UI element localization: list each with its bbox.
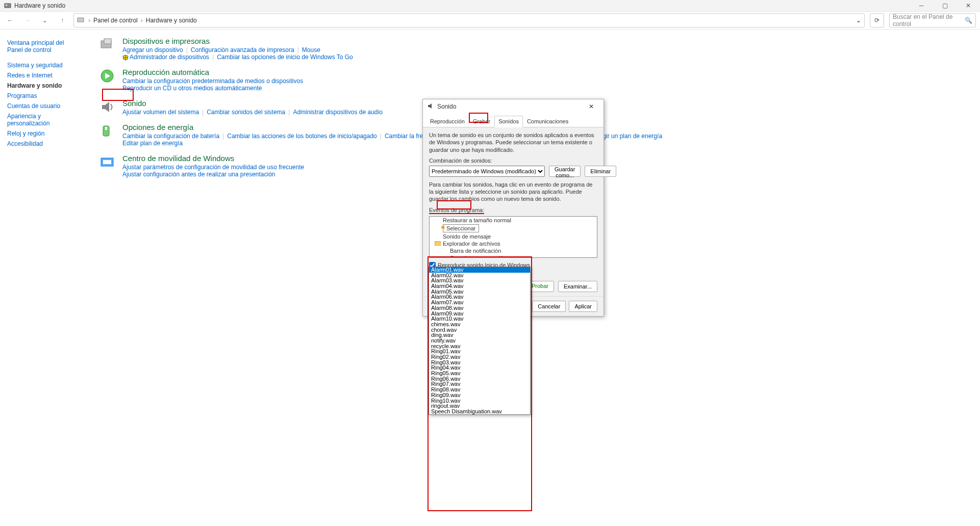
recent-dropdown[interactable]: ⌄	[39, 14, 51, 27]
sidebar-item[interactable]: Apariencia y personalización	[5, 111, 81, 128]
category-sublink[interactable]: Editar plan de energía	[122, 140, 183, 147]
browse-button[interactable]: Examinar...	[558, 281, 597, 292]
event-item[interactable]: Seleccionar	[430, 224, 597, 233]
category-sublink[interactable]: Administrar dispositivos de audio	[293, 109, 382, 116]
sounds-dropdown-list[interactable]: Alarm01.wavAlarm02.wavAlarm03.wavAlarm04…	[429, 267, 531, 415]
breadcrumb-current[interactable]: Hardware y sonido	[146, 17, 197, 24]
maximize-button[interactable]: ▢	[933, 0, 957, 11]
sidebar-item[interactable]: Programas	[5, 91, 81, 101]
svg-rect-2	[78, 18, 84, 22]
category-icon	[99, 68, 115, 84]
toolbar: ← → ⌄ ↑ › Panel de control › Hardware y …	[0, 11, 980, 30]
search-input[interactable]: Buscar en el Panel de control 🔍	[889, 13, 976, 28]
event-item[interactable]: Barra de notificación	[430, 247, 597, 254]
window-titlebar: Hardware y sonido ─ ▢ ✕	[0, 0, 980, 11]
category-sublink[interactable]: Agregar un dispositivo	[122, 46, 183, 54]
events-listbox[interactable]: Restaurar a tamaño normalSeleccionarSoni…	[429, 216, 597, 258]
tab-reproducción[interactable]: Reproducción	[426, 116, 469, 127]
dialog-description-2: Para cambiar los sonidos, haga clic en u…	[429, 181, 597, 203]
category-sublink[interactable]: Elegir un plan de energía	[594, 133, 662, 140]
search-placeholder: Buscar en el Panel de control	[893, 13, 965, 28]
sidebar-item[interactable]: Reloj y región	[5, 128, 81, 139]
svg-marker-7	[102, 102, 109, 112]
sidebar-item[interactable]: Cuentas de usuario	[5, 101, 81, 111]
sidebar-home-link[interactable]: Ventana principal del Panel de control	[5, 38, 81, 55]
tab-grabar[interactable]: Grabar	[469, 116, 494, 127]
svg-marker-13	[441, 225, 444, 229]
category-sublink[interactable]: Ajustar volumen del sistema	[122, 109, 199, 116]
up-button[interactable]: ↑	[56, 14, 68, 27]
shield-icon	[122, 55, 129, 61]
sidebar-item[interactable]: Hardware y sonido	[5, 81, 81, 91]
svg-marker-12	[428, 103, 432, 109]
dropdown-option[interactable]: Ring09.wav	[429, 392, 530, 398]
category-icon	[99, 37, 115, 53]
breadcrumb-root-icon	[77, 16, 85, 25]
window-title: Hardware y sonido	[14, 2, 65, 9]
cancel-button[interactable]: Cancelar	[532, 301, 566, 312]
category-sublink[interactable]: Cambiar las opciones de inicio de Window…	[217, 54, 353, 61]
category-sublink[interactable]: Ajustar configuración antes de realizar …	[122, 171, 275, 178]
svg-rect-11	[103, 160, 111, 164]
dialog-close-button[interactable]: ✕	[583, 103, 599, 110]
chevron-right-icon: ›	[88, 17, 90, 24]
sidebar-item[interactable]: Accesibilidad	[5, 139, 81, 149]
category-sublink[interactable]: Reproducir un CD u otros medios automáti…	[122, 85, 262, 92]
svg-rect-1	[6, 5, 7, 6]
speaker-icon	[427, 102, 434, 111]
event-item[interactable]: Restaurar a tamaño normal	[430, 217, 597, 224]
delete-button[interactable]: Eliminar	[585, 166, 616, 177]
category-sublink[interactable]: Ajustar parámetros de configuración de m…	[122, 164, 304, 171]
link-divider: |	[186, 46, 188, 54]
sidebar-item[interactable]: Sistema y seguridad	[5, 60, 81, 70]
event-item[interactable]: Completar navegación	[430, 254, 597, 258]
category-sublink[interactable]: Cambiar la configuración de batería	[122, 133, 219, 140]
dropdown-option[interactable]: Alarm08.wav	[429, 305, 530, 311]
dialog-title: Sonido	[437, 103, 456, 110]
breadcrumb-bar[interactable]: › Panel de control › Hardware y sonido ⌄	[73, 13, 865, 28]
tab-comunicaciones[interactable]: Comunicaciones	[523, 116, 572, 127]
category-sublink[interactable]: Cambiar la configuración predeterminada …	[122, 77, 303, 85]
dropdown-option[interactable]: Speech Disambiguation.wav	[429, 409, 530, 414]
app-icon	[4, 2, 11, 9]
category-sublink[interactable]: Configuración avanzada de impresora	[191, 46, 294, 54]
category-title-link[interactable]: Dispositivos e impresoras	[122, 37, 353, 45]
category-sublink[interactable]: Cambiar las acciones de los botones de i…	[227, 133, 377, 140]
tab-sonidos[interactable]: Sonidos	[494, 116, 523, 127]
sidebar: Ventana principal del Panel de control S…	[0, 30, 86, 526]
link-divider: |	[297, 46, 299, 54]
category: Dispositivos e impresorasAgregar un disp…	[99, 37, 967, 61]
dialog-tabs: ReproducciónGrabarSonidosComunicaciones	[423, 114, 604, 127]
events-label: Eventos de programa:	[429, 207, 484, 214]
apply-button[interactable]: Aplicar	[569, 301, 597, 312]
minimize-button[interactable]: ─	[910, 0, 933, 11]
close-button[interactable]: ✕	[957, 0, 980, 11]
category-title-link[interactable]: Sonido	[122, 99, 383, 108]
svg-rect-4	[104, 39, 111, 44]
sidebar-item[interactable]: Redes e Internet	[5, 70, 81, 81]
category-sublink[interactable]: Cambiar sonidos del sistema	[207, 109, 285, 116]
dialog-titlebar[interactable]: Sonido ✕	[423, 99, 604, 114]
category-sublink[interactable]: Administrador de dispositivos	[130, 54, 209, 61]
svg-rect-14	[435, 242, 441, 246]
back-button[interactable]: ←	[4, 14, 16, 27]
category-icon	[99, 154, 115, 170]
link-divider: |	[212, 54, 214, 61]
chevron-right-icon: ›	[141, 17, 143, 24]
link-divider: |	[380, 133, 382, 140]
category-title-link[interactable]: Centro de movilidad de Windows	[122, 154, 304, 163]
dialog-description-1: Un tema de sonido es un conjunto de soni…	[429, 132, 597, 153]
scheme-label: Combinación de sonidos:	[429, 157, 597, 164]
dropdown-option[interactable]: chimes.wav	[429, 322, 530, 327]
category-sublink[interactable]: Mouse	[302, 46, 320, 54]
category-icon	[99, 123, 115, 139]
category-title-link[interactable]: Reproducción automática	[122, 68, 303, 76]
refresh-button[interactable]: ⟳	[870, 13, 884, 28]
save-as-button[interactable]: Guardar como...	[549, 166, 581, 177]
forward-button[interactable]: →	[21, 14, 34, 27]
event-item[interactable]: Sonido de mensaje	[430, 233, 597, 240]
breadcrumb-panel[interactable]: Panel de control	[93, 17, 138, 24]
breadcrumb-dropdown-icon[interactable]: ⌄	[856, 17, 861, 24]
scheme-select[interactable]: Predeterminado de Windows (modificado)	[429, 166, 545, 177]
event-item[interactable]: Explorador de archivos	[430, 240, 597, 247]
